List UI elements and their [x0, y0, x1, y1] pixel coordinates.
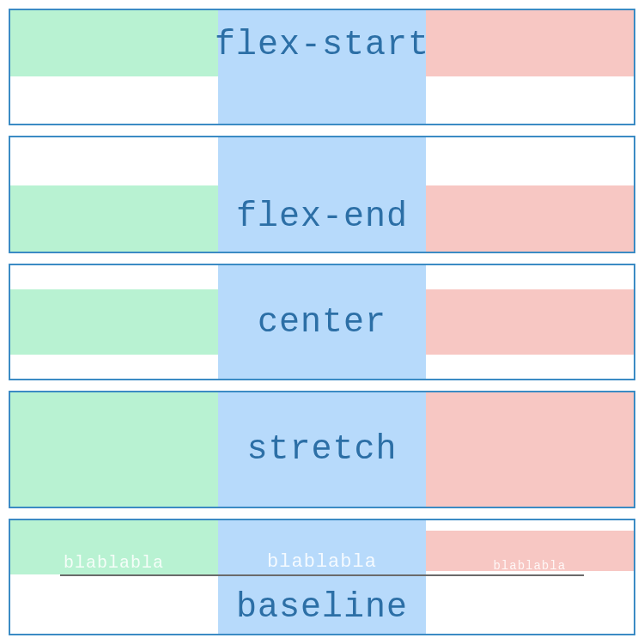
bla-text-green: blablabla [64, 553, 164, 574]
label-baseline: baseline [236, 588, 408, 627]
bla-text-pink: blablabla [493, 559, 566, 574]
bla-text-blue: blablabla [267, 551, 377, 574]
baseline-indicator-line [60, 574, 584, 576]
box-green [10, 185, 218, 252]
row-stretch: stretch [9, 391, 635, 507]
label-flex-end: flex-end [236, 197, 408, 236]
box-green [10, 289, 218, 355]
box-pink [426, 185, 634, 252]
box-pink [426, 10, 634, 76]
box-pink [426, 289, 634, 355]
box-green [10, 392, 218, 506]
box-pink [426, 392, 634, 506]
label-center: center [258, 303, 386, 342]
row-center: center [9, 264, 635, 380]
box-green [10, 10, 218, 76]
row-baseline: blablabla blablabla blablabla baseline [9, 519, 635, 635]
row-flex-start: flex-start [9, 9, 635, 125]
label-stretch: stretch [246, 430, 397, 469]
label-flex-start: flex-start [215, 26, 429, 64]
row-flex-end: flex-end [9, 136, 635, 252]
